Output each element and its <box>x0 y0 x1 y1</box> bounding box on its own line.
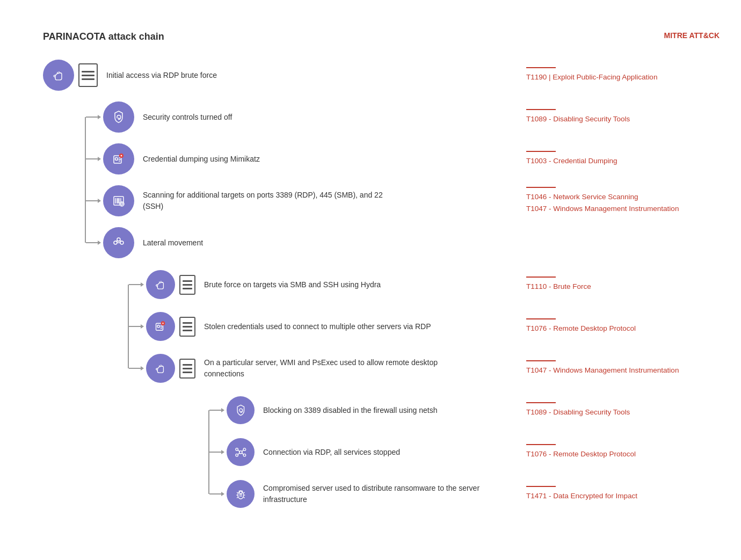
svg-line-56 <box>237 497 238 498</box>
attack-row-row4: Lateral movement <box>43 226 741 259</box>
mitre-refs: T1190 | Exploit Public-Facing Applicatio… <box>515 67 741 83</box>
icons-group <box>146 270 195 299</box>
mitre-line <box>526 402 556 403</box>
mitre-ref-text: T1047 - Windows Management Instrumentati… <box>526 365 741 376</box>
icons-group <box>227 438 255 466</box>
lateral-icon <box>103 227 134 258</box>
row-left-row7: On a particular server, WMI and PsExec u… <box>43 354 515 383</box>
icons-group <box>103 227 134 258</box>
svg-line-48 <box>242 450 244 452</box>
svg-line-59 <box>238 491 239 491</box>
row-left-row5: Brute force on targets via SMB and SSH u… <box>43 270 515 299</box>
attack-row-row7: On a particular server, WMI and PsExec u… <box>43 352 741 385</box>
mitre-ref-text: T1047 - Windows Management Instrumentati… <box>526 203 741 215</box>
row-description: Blocking on 3389 disabled in the firewal… <box>263 405 510 416</box>
mitre-ref-text: T1046 - Network Service Scanning <box>526 191 741 203</box>
mitre-refs: T1003 - Credential Dumping <box>515 151 741 167</box>
arrow-connector <box>129 324 144 329</box>
arrow-connector <box>86 241 101 245</box>
mitre-line <box>526 360 556 361</box>
attack-row-row1: Security controls turned offT1089 - Disa… <box>43 100 741 134</box>
mitre-refs: T1076 - Remote Desktop Protocol <box>515 318 741 334</box>
scan-icon <box>103 185 134 216</box>
fist-icon <box>146 354 175 383</box>
mitre-ref-text: T1089 - Disabling Security Tools <box>526 406 741 418</box>
mitre-ref-text: T1089 - Disabling Security Tools <box>526 113 741 125</box>
mitre-line <box>526 67 556 68</box>
svg-point-32 <box>157 325 160 328</box>
mitre-line <box>526 318 556 319</box>
svg-point-51 <box>238 491 244 499</box>
row-description: Compromised server used to distribute ra… <box>263 483 510 505</box>
attack-row-row0: Initial access via RDP brute forceT1190 … <box>43 59 741 92</box>
mitre-refs: T1089 - Disabling Security Tools <box>515 109 741 125</box>
svg-line-47 <box>238 450 240 452</box>
mitre-refs: T1110 - Brute Force <box>515 277 741 293</box>
mitre-line <box>526 151 556 152</box>
arrow-connector <box>86 157 101 161</box>
row-description: Scanning for additional targets on ports… <box>143 190 390 212</box>
mitre-ref-text: T1076 - Remote Desktop Protocol <box>526 323 741 334</box>
mitre-line <box>526 187 556 188</box>
mitre-refs: T1089 - Disabling Security Tools <box>515 402 741 418</box>
icons-group <box>227 396 255 424</box>
arrow-connector <box>209 492 224 496</box>
row-left-row0: Initial access via RDP brute force <box>43 60 515 91</box>
svg-point-23 <box>120 241 124 244</box>
mitre-line <box>526 444 556 445</box>
page-title: PARINACOTA attack chain <box>43 31 164 42</box>
icons-group <box>103 185 134 216</box>
mitre-refs: T1076 - Remote Desktop Protocol <box>515 444 741 460</box>
mitre-refs: T1046 - Network Service ScanningT1047 - … <box>515 187 741 214</box>
row-description: Security controls turned off <box>143 112 390 123</box>
credential-icon <box>146 312 175 341</box>
credential-icon <box>103 143 134 174</box>
svg-point-22 <box>114 241 117 244</box>
arrow-connector <box>209 408 224 412</box>
arrow-connector <box>129 366 144 370</box>
row-left-row1: Security controls turned off <box>43 101 515 133</box>
fist-icon <box>43 60 74 91</box>
shield-refresh-icon <box>103 101 134 133</box>
server-icon <box>179 275 195 295</box>
mitre-ref-text: T1110 - Brute Force <box>526 281 741 293</box>
mitre-ref-text: T1471 - Data Encrypted for Impact <box>526 490 741 502</box>
row-description: Credential dumping using Mimikatz <box>143 154 390 165</box>
ransomware-icon <box>227 480 255 508</box>
fist-icon <box>146 270 175 299</box>
row-left-row8: Blocking on 3389 disabled in the firewal… <box>43 396 515 424</box>
server-icon <box>179 317 195 337</box>
svg-line-52 <box>237 492 238 493</box>
svg-point-20 <box>120 202 124 206</box>
attack-row-row3: Scanning for additional targets on ports… <box>43 184 741 217</box>
attack-row-row5: Brute force on targets via SMB and SSH u… <box>43 268 741 301</box>
row-description: Brute force on targets via SMB and SSH u… <box>204 279 451 290</box>
arrow-connector <box>209 450 224 454</box>
row-left-row2: Credential dumping using Mimikatz <box>43 143 515 174</box>
icons-group <box>146 354 195 383</box>
mitre-ref-text: T1190 | Exploit Public-Facing Applicatio… <box>526 71 741 83</box>
row-description: Initial access via RDP brute force <box>106 70 353 81</box>
mitre-refs: T1047 - Windows Management Instrumentati… <box>515 360 741 376</box>
svg-line-57 <box>243 497 244 498</box>
server-icon <box>78 63 98 87</box>
shield-refresh-icon <box>227 396 255 424</box>
svg-point-24 <box>117 238 120 241</box>
attack-row-row9: Connection via RDP, all services stopped… <box>43 435 741 469</box>
arrow-connector <box>86 199 101 203</box>
icons-group <box>227 480 255 508</box>
attack-row-row6: Stolen credentials used to connect to mu… <box>43 310 741 343</box>
svg-line-49 <box>238 453 240 455</box>
icons-group <box>103 101 134 133</box>
row-left-row9: Connection via RDP, all services stopped <box>43 438 515 466</box>
mitre-header: MITRE ATT&CK <box>664 31 720 40</box>
icons-group <box>146 312 195 341</box>
attack-row-row2: Credential dumping using MimikatzT1003 -… <box>43 142 741 176</box>
svg-point-7 <box>115 158 118 161</box>
row-left-row6: Stolen credentials used to connect to mu… <box>43 312 515 341</box>
icons-group <box>103 143 134 174</box>
mitre-line <box>526 486 556 487</box>
row-left-row4: Lateral movement <box>43 227 515 258</box>
arrow-connector <box>86 115 101 119</box>
server-icon <box>179 359 195 379</box>
